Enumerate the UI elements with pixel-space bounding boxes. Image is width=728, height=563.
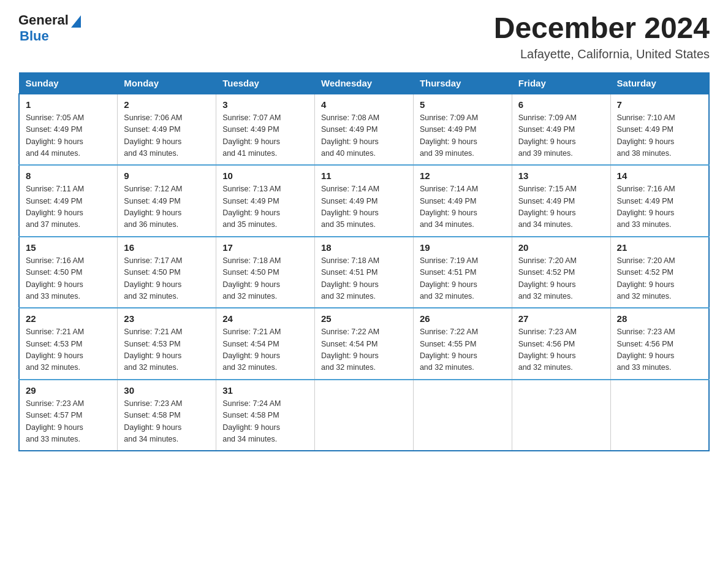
day-number: 8 — [26, 170, 111, 181]
calendar-cell: 12Sunrise: 7:14 AMSunset: 4:49 PMDayligh… — [413, 165, 512, 237]
calendar-week-row: 22Sunrise: 7:21 AMSunset: 4:53 PMDayligh… — [19, 308, 709, 380]
calendar-week-row: 1Sunrise: 7:05 AMSunset: 4:49 PMDaylight… — [19, 94, 709, 166]
day-number: 1 — [26, 99, 111, 110]
day-info: Sunrise: 7:18 AMSunset: 4:50 PMDaylight:… — [222, 255, 308, 303]
calendar-cell — [413, 380, 512, 451]
day-info: Sunrise: 7:23 AMSunset: 4:56 PMDaylight:… — [617, 326, 702, 374]
calendar-title: December 2024 — [494, 12, 710, 45]
day-number: 15 — [26, 242, 111, 253]
logo: General Blue — [18, 12, 81, 44]
day-number: 19 — [420, 242, 506, 253]
calendar-subtitle: Lafayette, California, United States — [494, 47, 710, 61]
calendar-cell: 23Sunrise: 7:21 AMSunset: 4:53 PMDayligh… — [118, 308, 216, 380]
calendar-cell: 11Sunrise: 7:14 AMSunset: 4:49 PMDayligh… — [315, 165, 414, 237]
calendar-cell: 5Sunrise: 7:09 AMSunset: 4:49 PMDaylight… — [413, 94, 512, 166]
calendar-cell: 24Sunrise: 7:21 AMSunset: 4:54 PMDayligh… — [216, 308, 315, 380]
calendar-cell: 13Sunrise: 7:15 AMSunset: 4:49 PMDayligh… — [512, 165, 610, 237]
day-number: 30 — [124, 385, 210, 396]
calendar-week-row: 29Sunrise: 7:23 AMSunset: 4:57 PMDayligh… — [19, 380, 709, 451]
calendar-cell: 29Sunrise: 7:23 AMSunset: 4:57 PMDayligh… — [19, 380, 118, 451]
calendar-week-row: 8Sunrise: 7:11 AMSunset: 4:49 PMDaylight… — [19, 165, 709, 237]
calendar-cell: 26Sunrise: 7:22 AMSunset: 4:55 PMDayligh… — [413, 308, 512, 380]
day-info: Sunrise: 7:19 AMSunset: 4:51 PMDaylight:… — [420, 255, 506, 303]
calendar-cell — [610, 380, 709, 451]
day-info: Sunrise: 7:17 AMSunset: 4:50 PMDaylight:… — [124, 255, 210, 303]
day-info: Sunrise: 7:22 AMSunset: 4:54 PMDaylight:… — [321, 326, 407, 374]
calendar-cell: 7Sunrise: 7:10 AMSunset: 4:49 PMDaylight… — [610, 94, 709, 166]
title-block: December 2024 Lafayette, California, Uni… — [494, 12, 710, 61]
day-info: Sunrise: 7:21 AMSunset: 4:54 PMDaylight:… — [222, 326, 308, 374]
day-number: 16 — [124, 242, 210, 253]
day-number: 12 — [420, 170, 506, 181]
day-info: Sunrise: 7:21 AMSunset: 4:53 PMDaylight:… — [26, 326, 111, 374]
col-monday: Monday — [118, 72, 216, 94]
day-number: 28 — [617, 313, 702, 324]
day-number: 9 — [124, 170, 210, 181]
col-saturday: Saturday — [610, 72, 709, 94]
calendar-cell: 31Sunrise: 7:24 AMSunset: 4:58 PMDayligh… — [216, 380, 315, 451]
calendar-cell: 28Sunrise: 7:23 AMSunset: 4:56 PMDayligh… — [610, 308, 709, 380]
calendar-cell: 20Sunrise: 7:20 AMSunset: 4:52 PMDayligh… — [512, 237, 610, 308]
day-info: Sunrise: 7:18 AMSunset: 4:51 PMDaylight:… — [321, 255, 407, 303]
day-number: 2 — [124, 99, 210, 110]
calendar-cell: 19Sunrise: 7:19 AMSunset: 4:51 PMDayligh… — [413, 237, 512, 308]
col-wednesday: Wednesday — [315, 72, 414, 94]
calendar-cell: 21Sunrise: 7:20 AMSunset: 4:52 PMDayligh… — [610, 237, 709, 308]
calendar-header-row: Sunday Monday Tuesday Wednesday Thursday… — [19, 72, 709, 94]
calendar-cell: 8Sunrise: 7:11 AMSunset: 4:49 PMDaylight… — [19, 165, 118, 237]
day-info: Sunrise: 7:15 AMSunset: 4:49 PMDaylight:… — [518, 183, 604, 231]
day-info: Sunrise: 7:14 AMSunset: 4:49 PMDaylight:… — [321, 183, 407, 231]
day-info: Sunrise: 7:07 AMSunset: 4:49 PMDaylight:… — [222, 112, 308, 160]
day-info: Sunrise: 7:16 AMSunset: 4:49 PMDaylight:… — [617, 183, 702, 231]
calendar-week-row: 15Sunrise: 7:16 AMSunset: 4:50 PMDayligh… — [19, 237, 709, 308]
day-info: Sunrise: 7:10 AMSunset: 4:49 PMDaylight:… — [617, 112, 702, 160]
day-number: 20 — [518, 242, 604, 253]
calendar-cell: 6Sunrise: 7:09 AMSunset: 4:49 PMDaylight… — [512, 94, 610, 166]
day-number: 31 — [222, 385, 308, 396]
day-number: 4 — [321, 99, 407, 110]
day-number: 29 — [26, 385, 111, 396]
calendar-cell: 22Sunrise: 7:21 AMSunset: 4:53 PMDayligh… — [19, 308, 118, 380]
day-number: 21 — [617, 242, 702, 253]
day-number: 10 — [222, 170, 308, 181]
day-info: Sunrise: 7:21 AMSunset: 4:53 PMDaylight:… — [124, 326, 210, 374]
col-tuesday: Tuesday — [216, 72, 315, 94]
day-number: 17 — [222, 242, 308, 253]
day-number: 26 — [420, 313, 506, 324]
calendar-cell: 3Sunrise: 7:07 AMSunset: 4:49 PMDaylight… — [216, 94, 315, 166]
day-number: 6 — [518, 99, 604, 110]
day-number: 3 — [222, 99, 308, 110]
day-info: Sunrise: 7:05 AMSunset: 4:49 PMDaylight:… — [26, 112, 111, 160]
day-number: 14 — [617, 170, 702, 181]
day-number: 24 — [222, 313, 308, 324]
calendar-cell: 4Sunrise: 7:08 AMSunset: 4:49 PMDaylight… — [315, 94, 414, 166]
calendar-cell: 18Sunrise: 7:18 AMSunset: 4:51 PMDayligh… — [315, 237, 414, 308]
calendar-cell: 2Sunrise: 7:06 AMSunset: 4:49 PMDaylight… — [118, 94, 216, 166]
calendar-cell: 25Sunrise: 7:22 AMSunset: 4:54 PMDayligh… — [315, 308, 414, 380]
day-number: 13 — [518, 170, 604, 181]
day-info: Sunrise: 7:09 AMSunset: 4:49 PMDaylight:… — [420, 112, 506, 160]
calendar-cell: 27Sunrise: 7:23 AMSunset: 4:56 PMDayligh… — [512, 308, 610, 380]
day-number: 22 — [26, 313, 111, 324]
day-info: Sunrise: 7:23 AMSunset: 4:57 PMDaylight:… — [26, 398, 111, 446]
day-info: Sunrise: 7:14 AMSunset: 4:49 PMDaylight:… — [420, 183, 506, 231]
calendar-cell — [315, 380, 414, 451]
day-info: Sunrise: 7:11 AMSunset: 4:49 PMDaylight:… — [26, 183, 111, 231]
day-info: Sunrise: 7:20 AMSunset: 4:52 PMDaylight:… — [518, 255, 604, 303]
calendar-table: Sunday Monday Tuesday Wednesday Thursday… — [18, 72, 710, 452]
col-sunday: Sunday — [19, 72, 118, 94]
day-info: Sunrise: 7:09 AMSunset: 4:49 PMDaylight:… — [518, 112, 604, 160]
day-info: Sunrise: 7:16 AMSunset: 4:50 PMDaylight:… — [26, 255, 111, 303]
day-info: Sunrise: 7:23 AMSunset: 4:58 PMDaylight:… — [124, 398, 210, 446]
calendar-cell: 14Sunrise: 7:16 AMSunset: 4:49 PMDayligh… — [610, 165, 709, 237]
col-friday: Friday — [512, 72, 610, 94]
col-thursday: Thursday — [413, 72, 512, 94]
calendar-cell: 30Sunrise: 7:23 AMSunset: 4:58 PMDayligh… — [118, 380, 216, 451]
calendar-cell: 15Sunrise: 7:16 AMSunset: 4:50 PMDayligh… — [19, 237, 118, 308]
day-number: 27 — [518, 313, 604, 324]
day-info: Sunrise: 7:24 AMSunset: 4:58 PMDaylight:… — [222, 398, 308, 446]
calendar-cell — [512, 380, 610, 451]
day-number: 7 — [617, 99, 702, 110]
logo-general-text: General — [18, 12, 69, 28]
day-number: 23 — [124, 313, 210, 324]
